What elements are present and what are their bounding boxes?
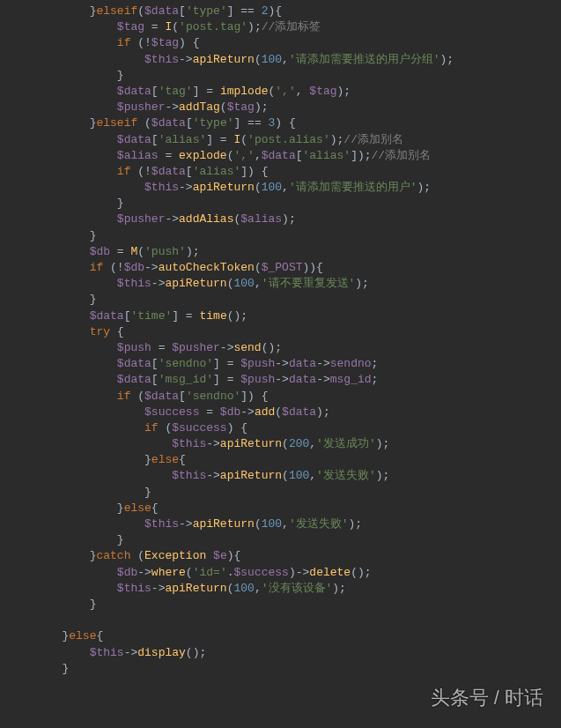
code-line[interactable]: }	[0, 228, 561, 244]
code-line[interactable]: }	[0, 196, 561, 212]
code-line[interactable]: $pusher->addAlias($alias);	[0, 212, 561, 227]
code-line[interactable]	[0, 613, 561, 628]
code-line[interactable]: }	[0, 485, 561, 501]
code-line[interactable]: }else{	[0, 501, 561, 516]
code-line[interactable]: }	[0, 532, 561, 548]
code-line[interactable]: $db = M('push');	[0, 244, 561, 260]
code-line[interactable]: if ($success) {	[0, 420, 561, 436]
code-line[interactable]: $push = $pusher->send();	[0, 340, 561, 356]
code-line[interactable]: $this->apiReturn(100,'发送失败');	[0, 516, 561, 532]
code-line[interactable]: $this->apiReturn(200,'发送成功');	[0, 436, 561, 452]
code-line[interactable]: $data['time'] = time();	[0, 308, 561, 324]
code-line[interactable]: $data['msg_id'] = $push->data->msg_id;	[0, 372, 561, 388]
watermark: 头条号 / 时话	[431, 685, 543, 712]
code-editor[interactable]: }elseif($data['type'] == 2){ $tag = I('p…	[0, 0, 561, 680]
code-line[interactable]: if (!$db->autoCheckToken($_POST)){	[0, 260, 561, 276]
code-line[interactable]: }elseif($data['type'] == 2){	[0, 4, 561, 19]
code-line[interactable]: try {	[0, 324, 561, 340]
code-line[interactable]: $this->display();	[0, 645, 561, 661]
code-line[interactable]: }	[0, 661, 561, 677]
code-line[interactable]: }else{	[0, 628, 561, 644]
code-line[interactable]: $data['alias'] = I('post.alias');//添加别名	[0, 132, 561, 148]
code-line[interactable]: $data['tag'] = implode(',', $tag);	[0, 84, 561, 100]
code-line[interactable]: }else{	[0, 452, 561, 468]
code-line[interactable]: $data['sendno'] = $push->data->sendno;	[0, 356, 561, 372]
code-line[interactable]: $success = $db->add($data);	[0, 405, 561, 420]
code-line[interactable]: }	[0, 597, 561, 613]
code-line[interactable]: $tag = I('post.tag');//添加标签	[0, 19, 561, 35]
code-line[interactable]: }	[0, 292, 561, 308]
code-line[interactable]: }catch (Exception $e){	[0, 548, 561, 564]
code-line[interactable]: if (!$tag) {	[0, 35, 561, 51]
code-line[interactable]: $alias = explode(',',$data['alias']);//添…	[0, 148, 561, 164]
code-line[interactable]: $this->apiReturn(100,'请不要重复发送');	[0, 276, 561, 292]
code-line[interactable]: if ($data['sendno']) {	[0, 389, 561, 405]
code-line[interactable]: }elseif ($data['type'] == 3) {	[0, 115, 561, 131]
code-line[interactable]: }	[0, 68, 561, 84]
code-line[interactable]: if (!$data['alias']) {	[0, 164, 561, 180]
code-line[interactable]: $this->apiReturn(100,'请添加需要推送的用户');	[0, 180, 561, 196]
code-line[interactable]: $this->apiReturn(100,'发送失败');	[0, 468, 561, 484]
code-line[interactable]: $this->apiReturn(100,'请添加需要推送的用户分组');	[0, 52, 561, 68]
code-line[interactable]: $db->where('id='.$success)->delete();	[0, 565, 561, 581]
code-line[interactable]: $this->apiReturn(100,'没有该设备');	[0, 581, 561, 597]
code-line[interactable]: $pusher->addTag($tag);	[0, 100, 561, 115]
